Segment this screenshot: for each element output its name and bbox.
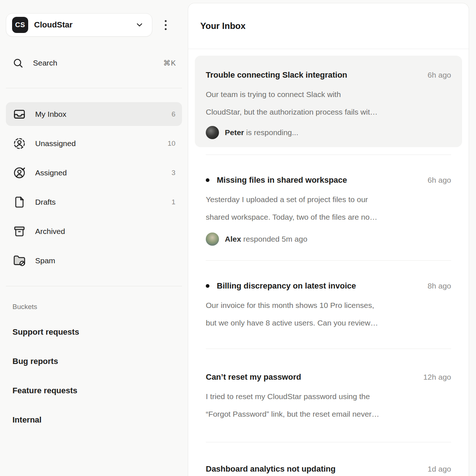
responder-action: responded 5m ago [241,235,307,243]
workspace-logo: CS [12,17,28,33]
sidebar: CS CloudStar Search ⌘K My Inbox 6 [0,0,188,476]
search-button[interactable]: Search ⌘K [6,54,182,72]
bucket-item-internal[interactable]: Internal [6,408,182,432]
conversation-item-password-reset[interactable]: Can’t reset my password 12h ago I tried … [206,349,451,442]
user-check-icon [13,167,26,179]
file-icon [13,196,26,208]
workspace-topbar: CS CloudStar [6,13,182,37]
sidebar-item-label: Assigned [35,168,67,177]
bucket-item-bug-reports[interactable]: Bug reports [6,349,182,373]
inbox-panel: Your Inbox Trouble connecting Slack inte… [188,3,469,476]
responder-text: Alex responded 5m ago [225,235,307,243]
avatar [206,233,219,246]
responder-name: Alex [225,235,241,243]
conversation-title: Dashboard analytics not updating [206,464,335,475]
preview-line: “Forgot Password” link, but the reset em… [206,405,451,423]
preview-line: but we only have 8 active users. Can you… [206,314,451,332]
search-icon [12,57,23,68]
more-options-button[interactable] [163,18,169,32]
sidebar-item-count: 10 [168,140,175,148]
preview-line: Our team is trying to connect Slack with [206,86,451,103]
sidebar-item-label: My Inbox [35,110,66,119]
search-label: Search [33,59,57,67]
sidebar-item-label: Archived [35,227,65,236]
sidebar-item-spam[interactable]: Spam [6,249,182,272]
unread-dot [206,178,209,182]
bucket-label: Feature requests [12,386,77,395]
sidebar-item-label: Drafts [35,198,56,207]
sidebar-item-drafts[interactable]: Drafts 1 [6,190,182,214]
conversation-list: Trouble connecting Slack integration 6h … [188,49,469,475]
conversation-title: Billing discrepancy on latest invoice [217,280,356,291]
sidebar-item-count: 1 [171,198,175,206]
responder-status: Alex responded 5m ago [206,233,451,246]
conversation-title-row: Billing discrepancy on latest invoice 8h… [206,280,451,291]
conversation-time: 1d ago [420,465,451,473]
inbox-header: Your Inbox [188,3,469,49]
preview-line: shared workspace. Today, two of the file… [206,208,451,226]
archive-box-icon [13,225,26,238]
sidebar-divider [6,88,182,88]
conversation-items: Missing files in shared workspace 6h ago… [195,155,462,475]
buckets-section-title: Buckets [6,303,182,311]
bucket-label: Internal [12,415,41,425]
search-shortcut: ⌘K [163,59,176,67]
user-dashed-icon [13,137,26,150]
buckets-list: Support requests Bug reports Feature req… [6,320,182,432]
preview-line: I tried to reset my CloudStar password u… [206,388,451,405]
inbox-icon [13,108,26,120]
sidebar-item-count: 3 [171,169,175,177]
preview-line: Our invoice for this month shows 10 Pro … [206,297,451,314]
bucket-label: Support requests [12,327,79,337]
conversation-item-missing-files[interactable]: Missing files in shared workspace 6h ago… [206,155,451,260]
bucket-item-feature-requests[interactable]: Feature requests [6,379,182,402]
workspace-name: CloudStar [34,20,72,30]
sidebar-divider [6,286,182,286]
avatar [206,126,219,139]
chevron-down-icon [135,21,144,29]
conversation-title-row: Can’t reset my password 12h ago [206,372,451,383]
responder-text: Peter is responding... [225,128,298,137]
preview-line: Yesterday I uploaded a set of project fi… [206,191,451,208]
sidebar-item-my-inbox[interactable]: My Inbox 6 [6,102,182,126]
conversation-time: 6h ago [420,71,451,79]
conversation-preview: Our team is trying to connect Slack with… [206,86,451,121]
responder-action: is responding... [244,128,298,137]
conversation-title-row: Trouble connecting Slack integration 6h … [206,70,451,81]
conversation-title: Can’t reset my password [206,372,301,383]
preview-line: CloudStar, but the authorization process… [206,103,451,121]
conversation-title-row: Dashboard analytics not updating 1d ago [206,464,451,475]
conversation-time: 8h ago [420,282,451,290]
conversation-preview: Yesterday I uploaded a set of project fi… [206,191,451,226]
page-title: Your Inbox [200,21,246,31]
sidebar-item-label: Unassigned [35,139,76,148]
conversation-preview: Our invoice for this month shows 10 Pro … [206,297,451,332]
conversation-time: 12h ago [416,373,451,382]
conversation-title-row: Missing files in shared workspace 6h ago [206,175,451,186]
conversation-title: Missing files in shared workspace [217,175,347,186]
conversation-title: Trouble connecting Slack integration [206,70,347,81]
sidebar-item-label: Spam [35,256,55,265]
sidebar-item-assigned[interactable]: Assigned 3 [6,161,182,185]
conversation-card-slack-integration[interactable]: Trouble connecting Slack integration 6h … [195,56,462,147]
sidebar-item-count: 6 [171,110,175,118]
sidebar-item-archived[interactable]: Archived [6,219,182,243]
sidebar-nav: My Inbox 6 Unassigned 10 [6,102,182,272]
workspace-switcher[interactable]: CS CloudStar [6,13,152,37]
folder-blocked-icon [13,254,26,267]
conversation-time: 6h ago [420,176,451,185]
conversation-preview: I tried to reset my CloudStar password u… [206,388,451,423]
sidebar-item-unassigned[interactable]: Unassigned 10 [6,131,182,155]
unread-dot [206,284,209,288]
responder-status: Peter is responding... [206,126,451,139]
conversation-item-billing-discrepancy[interactable]: Billing discrepancy on latest invoice 8h… [206,260,451,349]
conversation-item-dashboard-analytics[interactable]: Dashboard analytics not updating 1d ago [206,442,451,475]
bucket-item-support-requests[interactable]: Support requests [6,320,182,344]
bucket-label: Bug reports [12,357,58,366]
responder-name: Peter [225,128,244,137]
